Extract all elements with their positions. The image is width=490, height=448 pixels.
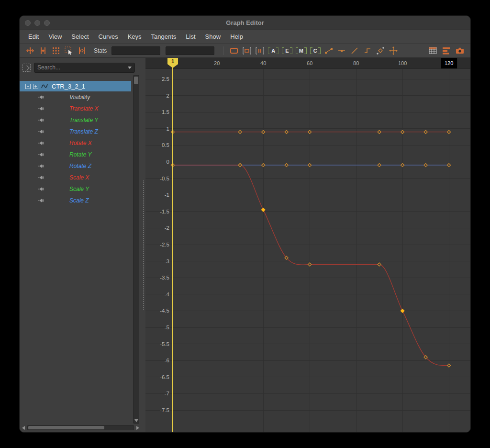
menu-help[interactable]: Help: [225, 33, 248, 40]
svg-text:-1.5: -1.5: [160, 209, 169, 214]
svg-text:-5.5: -5.5: [160, 341, 169, 347]
toolbar-right-group: [427, 45, 466, 56]
svg-text:60: 60: [307, 60, 312, 66]
zoom-window-button[interactable]: [44, 20, 50, 26]
channel-label: Rotate Y: [69, 151, 91, 158]
spline-tangent-icon: [324, 46, 333, 55]
insert-keys-tool-button[interactable]: [37, 45, 49, 56]
scroll-left-icon[interactable]: [22, 426, 25, 430]
channel-mute-icon[interactable]: [38, 163, 45, 169]
graph-snapshot-button[interactable]: [454, 45, 466, 56]
break-tangents-button[interactable]: [375, 45, 386, 56]
stacked-bars-icon: [442, 46, 451, 56]
channel-row[interactable]: Visibility: [20, 91, 131, 103]
channel-row[interactable]: Translate Z: [20, 126, 131, 137]
svg-text:100: 100: [398, 60, 407, 66]
linear-tangent-button[interactable]: [349, 45, 360, 56]
channel-label: Scale Z: [69, 197, 89, 204]
channel-mute-icon[interactable]: [38, 175, 45, 180]
channel-row[interactable]: Scale Z: [20, 195, 131, 206]
time-snap-button[interactable]: [427, 45, 439, 56]
menu-tangents[interactable]: Tangents: [146, 33, 181, 40]
channel-mute-icon[interactable]: [38, 129, 45, 134]
menu-curves[interactable]: Curves: [94, 33, 123, 40]
horizontal-scrollbar-thumb[interactable]: [28, 426, 104, 429]
scroll-right-icon[interactable]: [136, 426, 139, 430]
channel-label: Rotate Z: [69, 163, 91, 169]
spline-tangent-button[interactable]: [323, 45, 334, 56]
move-keys-button[interactable]: [388, 45, 399, 56]
channel-mute-icon[interactable]: [38, 186, 45, 192]
scroll-down-icon[interactable]: [134, 419, 138, 422]
close-window-button[interactable]: [25, 20, 31, 26]
menu-select[interactable]: Select: [67, 33, 93, 40]
channel-row[interactable]: Rotate Y: [20, 149, 131, 160]
channel-row[interactable]: Rotate X: [20, 137, 131, 149]
insert-keys-icon: [38, 46, 48, 56]
svg-text:-3: -3: [165, 258, 169, 264]
move-nearest-key-tool-button[interactable]: [24, 45, 36, 56]
vertical-scrollbar-thumb[interactable]: [134, 77, 138, 84]
collapse-icon[interactable]: [25, 84, 31, 89]
stacked-view-button[interactable]: [241, 45, 253, 56]
outliner-header: [22, 62, 139, 73]
normalized-view-icon: [255, 46, 265, 56]
toolbar-c-toggle[interactable]: C: [310, 46, 321, 55]
menu-keys[interactable]: Keys: [123, 33, 146, 40]
region-select-tool-button[interactable]: [63, 45, 75, 56]
svg-text:1: 1: [171, 58, 174, 64]
svg-text:2: 2: [167, 93, 169, 99]
menu-show[interactable]: Show: [200, 33, 226, 40]
flat-tangent-button[interactable]: [336, 45, 347, 56]
absolute-view-icon: [229, 46, 239, 56]
svg-text:1.5: 1.5: [162, 109, 169, 115]
channel-row[interactable]: Scale X: [20, 172, 131, 183]
panel-splitter[interactable]: [142, 58, 145, 432]
stats-time-field[interactable]: [111, 46, 160, 55]
menu-bar: Edit View Select Curves Keys Tangents Li…: [20, 30, 470, 44]
stats-value-field[interactable]: [166, 46, 214, 55]
svg-text:1: 1: [167, 126, 169, 132]
menu-view[interactable]: View: [44, 33, 67, 40]
graph-view[interactable]: 204060801002.521.510.50-0.5-1-1.5-2-2.5-…: [145, 58, 470, 432]
channel-row[interactable]: Translate Y: [20, 114, 131, 126]
svg-text:-2: -2: [165, 225, 169, 231]
toolbar-e-toggle[interactable]: E: [281, 46, 292, 55]
channel-mute-icon[interactable]: [38, 152, 45, 157]
channel-mute-icon[interactable]: [38, 117, 45, 123]
horizontal-scrollbar[interactable]: [21, 424, 141, 431]
vertical-scrollbar[interactable]: [133, 75, 139, 424]
horizontal-scroll-track[interactable]: [27, 425, 134, 430]
retime-tool-button[interactable]: [76, 45, 88, 56]
search-input[interactable]: [37, 64, 126, 71]
channel-row[interactable]: Translate X: [20, 103, 131, 114]
selection-filter-icon[interactable]: [22, 64, 31, 72]
step-tangent-icon: [363, 46, 372, 55]
channel-mute-icon[interactable]: [38, 198, 45, 203]
channel-row[interactable]: Rotate Z: [20, 160, 131, 172]
step-tangent-button[interactable]: [362, 45, 373, 56]
channel-mute-icon[interactable]: [38, 94, 45, 100]
channel-mute-icon[interactable]: [38, 140, 45, 146]
absolute-view-button[interactable]: [228, 45, 240, 56]
lattice-deform-keys-button[interactable]: [50, 45, 62, 56]
tree-item-node[interactable]: CTR_3_2_1: [20, 81, 131, 91]
svg-text:-3.5: -3.5: [160, 275, 169, 280]
toolbar-m-toggle[interactable]: M: [295, 46, 307, 55]
channel-mute-icon[interactable]: [38, 106, 45, 112]
toolbar-a-toggle[interactable]: A: [267, 46, 279, 55]
curve-canvas[interactable]: 204060801002.521.510.50-0.5-1-1.5-2-2.5-…: [145, 58, 470, 432]
value-snap-button[interactable]: [441, 45, 452, 56]
normalized-view-button[interactable]: [254, 45, 266, 56]
channel-row[interactable]: Scale Y: [20, 183, 131, 195]
search-dropdown-icon[interactable]: [128, 67, 132, 69]
menu-list[interactable]: List: [181, 33, 200, 40]
expand-icon[interactable]: [33, 84, 38, 89]
channel-label: Translate Z: [69, 128, 98, 135]
menu-edit[interactable]: Edit: [23, 33, 44, 40]
flat-tangent-icon: [337, 46, 346, 55]
svg-text:-6: -6: [165, 358, 169, 363]
search-field[interactable]: [34, 63, 135, 73]
lattice-grid-icon: [51, 46, 61, 56]
minimize-window-button[interactable]: [34, 20, 40, 26]
